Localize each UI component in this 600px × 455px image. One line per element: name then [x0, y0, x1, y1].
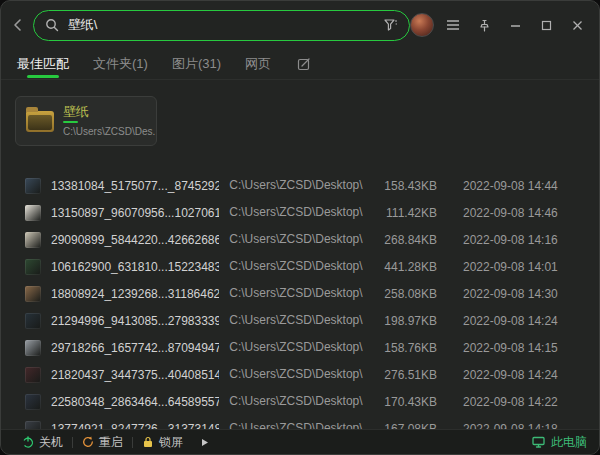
file-path: C:\Users\ZCSD\Desktop\壁纸 — [229, 204, 363, 221]
file-date: 2022-09-08 14:46 — [463, 206, 581, 220]
file-name: 21294996_9413085...2798333952_n.jpg — [51, 314, 219, 328]
file-date: 2022-09-08 14:15 — [463, 341, 581, 355]
file-row[interactable]: 13774921_8247726...313731480_n.jpg C:\Us… — [25, 415, 581, 429]
chevron-left-icon — [11, 18, 25, 32]
file-path: C:\Users\ZCSD\Desktop\壁纸 — [229, 366, 363, 383]
file-size: 441.28KB — [373, 260, 437, 274]
minimize-button[interactable] — [503, 13, 527, 37]
file-thumbnail — [25, 421, 41, 430]
file-path-prefix: C:\Users\ZCSD\Desktop\ — [229, 313, 362, 327]
avatar[interactable] — [410, 13, 434, 37]
lock-screen-button[interactable]: 锁屏 — [133, 430, 192, 454]
titlebar-controls — [410, 13, 589, 37]
search-input[interactable]: 壁纸\ — [68, 16, 374, 34]
file-size: 167.08KB — [373, 422, 437, 430]
file-name: 22580348_2863464...6458955776_n.jpg — [51, 395, 219, 409]
file-path: C:\Users\ZCSD\Desktop\壁纸 — [229, 258, 363, 275]
close-icon — [572, 20, 583, 31]
search-icon — [45, 18, 59, 32]
minimize-icon — [510, 20, 521, 31]
file-thumbnail — [25, 286, 41, 302]
file-size: 158.76KB — [373, 341, 437, 355]
file-thumbnail — [25, 205, 41, 221]
edit-tabs-button[interactable] — [297, 49, 311, 79]
file-date: 2022-09-08 14:44 — [463, 179, 581, 193]
pin-button[interactable] — [472, 13, 496, 37]
tab-folders[interactable]: 文件夹(1) — [93, 49, 148, 79]
titlebar: 壁纸\ — [1, 1, 599, 49]
file-path-prefix: C:\Users\ZCSD\Desktop\ — [229, 286, 362, 300]
file-path-prefix: C:\Users\ZCSD\Desktop\ — [229, 178, 362, 192]
file-size: 268.84KB — [373, 233, 437, 247]
lock-label: 锁屏 — [159, 434, 183, 451]
back-button[interactable] — [7, 13, 29, 37]
file-date: 2022-09-08 14:01 — [463, 260, 581, 274]
shutdown-button[interactable]: 关机 — [13, 430, 72, 454]
tab-images[interactable]: 图片(31) — [172, 49, 221, 79]
results-panel: 壁纸 C:\Users\ZCSD\Des... 13381084_5175077… — [1, 80, 599, 429]
file-size: 170.43KB — [373, 395, 437, 409]
restart-label: 重启 — [99, 434, 123, 451]
file-size: 258.08KB — [373, 287, 437, 301]
file-thumbnail — [25, 232, 41, 248]
shutdown-label: 关机 — [39, 434, 63, 451]
folder-result-card[interactable]: 壁纸 C:\Users\ZCSD\Des... — [15, 96, 157, 146]
file-thumbnail — [25, 394, 41, 410]
file-size: 158.43KB — [373, 179, 437, 193]
file-row[interactable]: 13381084_5175077..._874529278_n.jpg C:\U… — [25, 172, 581, 199]
hamburger-icon — [446, 19, 460, 31]
file-row[interactable]: 21820437_3447375...4040851456_n.jpg C:\U… — [25, 361, 581, 388]
filter-icon[interactable] — [383, 18, 398, 32]
file-thumbnail — [25, 259, 41, 275]
play-icon — [201, 438, 209, 447]
file-name: 18808924_1239268...3118646272_n.jpg — [51, 287, 219, 301]
file-path: C:\Users\ZCSD\Desktop\壁纸 — [229, 420, 363, 429]
this-pc-label: 此电脑 — [551, 434, 587, 451]
best-match-section: 壁纸 C:\Users\ZCSD\Des... — [1, 80, 599, 152]
search-box[interactable]: 壁纸\ — [33, 10, 410, 41]
power-icon — [22, 436, 34, 448]
file-row[interactable]: 21294996_9413085...2798333952_n.jpg C:\U… — [25, 307, 581, 334]
folder-result-name: 壁纸 — [63, 105, 155, 119]
file-row[interactable]: 29090899_5844220...4266268672_n.jpg C:\U… — [25, 226, 581, 253]
close-button[interactable] — [565, 13, 589, 37]
file-date: 2022-09-08 14:30 — [463, 287, 581, 301]
tab-best-match[interactable]: 最佳匹配 — [17, 49, 69, 79]
folder-result-info: 壁纸 C:\Users\ZCSD\Des... — [63, 105, 155, 137]
expand-actions-button[interactable] — [192, 430, 218, 454]
menu-button[interactable] — [441, 13, 465, 37]
file-path-prefix: C:\Users\ZCSD\Desktop\ — [229, 394, 362, 408]
file-name: 13150897_96070956...1027061433_n.jpg — [51, 206, 219, 220]
file-path: C:\Users\ZCSD\Desktop\壁纸 — [229, 312, 363, 329]
this-pc-button[interactable]: 此电脑 — [532, 434, 587, 451]
file-name: 29090899_5844220...4266268672_n.jpg — [51, 233, 219, 247]
compose-icon — [297, 57, 311, 71]
tab-web[interactable]: 网页 — [245, 49, 271, 79]
file-date: 2022-09-08 14:24 — [463, 314, 581, 328]
file-list: 13381084_5175077..._874529278_n.jpg C:\U… — [1, 168, 599, 429]
file-thumbnail — [25, 313, 41, 329]
file-name: 13381084_5175077..._874529278_n.jpg — [51, 179, 219, 193]
file-row[interactable]: 22580348_2863464...6458955776_n.jpg C:\U… — [25, 388, 581, 415]
file-row[interactable]: 106162900_631810...1522348314_n.jpg C:\U… — [25, 253, 581, 280]
file-date: 2022-09-08 14:22 — [463, 395, 581, 409]
computer-icon — [532, 436, 545, 448]
file-path: C:\Users\ZCSD\Desktop\壁纸 — [229, 393, 363, 410]
maximize-icon — [541, 20, 552, 31]
tabbar: 最佳匹配 文件夹(1) 图片(31) 网页 — [1, 49, 599, 80]
file-name: 106162900_631810...1522348314_n.jpg — [51, 260, 219, 274]
file-path-prefix: C:\Users\ZCSD\Desktop\ — [229, 421, 362, 429]
file-size: 276.51KB — [373, 368, 437, 382]
file-row[interactable]: 13150897_96070956...1027061433_n.jpg C:\… — [25, 199, 581, 226]
file-size: 198.97KB — [373, 314, 437, 328]
file-path-prefix: C:\Users\ZCSD\Desktop\ — [229, 340, 362, 354]
file-path-prefix: C:\Users\ZCSD\Desktop\ — [229, 205, 362, 219]
restart-button[interactable]: 重启 — [73, 430, 132, 454]
file-date: 2022-09-08 14:16 — [463, 233, 581, 247]
maximize-button[interactable] — [534, 13, 558, 37]
file-path: C:\Users\ZCSD\Desktop\壁纸 — [229, 339, 363, 356]
file-size: 111.42KB — [373, 206, 437, 220]
folder-result-path: C:\Users\ZCSD\Des... — [63, 126, 155, 137]
file-row[interactable]: 29718266_1657742...8709494784_n.jpg C:\U… — [25, 334, 581, 361]
file-row[interactable]: 18808924_1239268...3118646272_n.jpg C:\U… — [25, 280, 581, 307]
